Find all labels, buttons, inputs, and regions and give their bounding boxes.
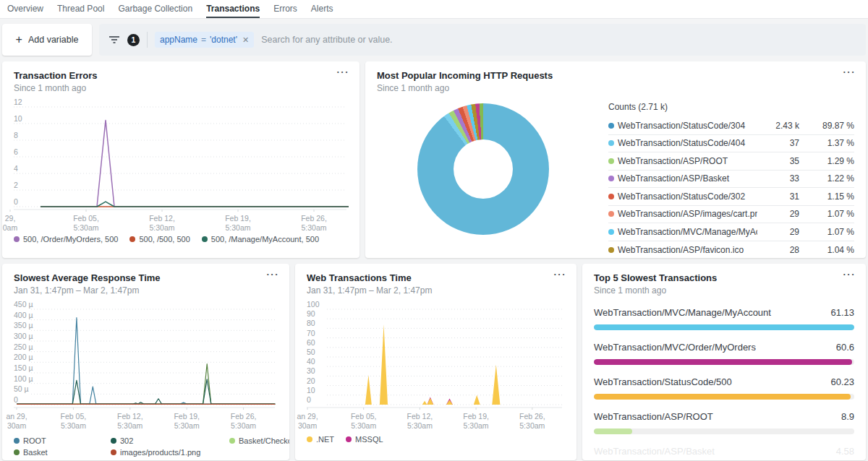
table-row[interactable]: WebTransaction/ASP/ROOT351.29 % xyxy=(608,152,854,171)
panel-subtitle: Since 1 month ago xyxy=(14,83,348,93)
table-row[interactable]: WebTransaction/ASP/images/cart.png291.07… xyxy=(608,206,854,224)
row-transaction-name: WebTransaction/ASP/ROOT xyxy=(618,156,728,166)
http-requests-body: Counts (2.71 k) WebTransaction/StatusCod… xyxy=(377,98,854,258)
legend-color-dot xyxy=(111,438,116,444)
row-count: 2.43 k xyxy=(757,121,799,131)
tab-alerts[interactable]: Alerts xyxy=(311,0,333,18)
row-count: 33 xyxy=(757,173,799,184)
top5-transaction-name: WebTransaction/ASP/Basket xyxy=(594,446,715,457)
legend-color-dot xyxy=(111,449,116,455)
svg-text:Feb 05,: Feb 05, xyxy=(61,412,87,421)
chip-operator: = xyxy=(201,35,206,45)
tab-overview[interactable]: Overview xyxy=(7,0,43,18)
panel-transaction-errors: Transaction Errors Since 1 month ago ···… xyxy=(2,61,359,258)
top5-row[interactable]: WebTransaction/ASP/ROOT8.9 xyxy=(594,411,854,434)
legend-color-dot xyxy=(202,236,208,242)
tab-errors[interactable]: Errors xyxy=(273,0,297,18)
tab-transactions[interactable]: Transactions xyxy=(206,0,260,18)
svg-text:0: 0 xyxy=(14,197,18,206)
svg-text:4: 4 xyxy=(14,164,18,173)
table-row[interactable]: WebTransaction/ASP/Basket331.22 % xyxy=(608,171,854,189)
row-color-dot xyxy=(608,211,614,217)
top5-value: 60.23 xyxy=(830,376,854,387)
panel-menu-button[interactable]: ··· xyxy=(337,66,350,77)
panel-menu-button[interactable]: ··· xyxy=(843,66,856,77)
legend-color-dot xyxy=(14,438,20,444)
svg-text:an 29,: an 29, xyxy=(297,412,318,421)
row-percent: 1.29 % xyxy=(799,156,854,166)
tab-thread-pool[interactable]: Thread Pool xyxy=(57,0,104,18)
top5-row[interactable]: WebTransaction/StatusCode/50060.23 xyxy=(594,376,854,400)
web-tx-time-chart[interactable]: 1009080706050403020100an 29,30amFeb 05,5… xyxy=(307,300,565,431)
svg-text:5:30am: 5:30am xyxy=(301,223,326,232)
svg-text:300 µ: 300 µ xyxy=(14,332,33,340)
table-row[interactable]: WebTransaction/MVC/Manage/MyAccou...291.… xyxy=(608,223,854,241)
row-color-dot xyxy=(608,229,614,235)
slowest-avg-chart[interactable]: 450 µ400 µ350 µ300 µ250 µ200 µ150 µ100 µ… xyxy=(14,300,278,431)
legend-item[interactable]: 302 xyxy=(111,436,218,445)
svg-text:8: 8 xyxy=(14,131,18,139)
panel-menu-button[interactable]: ··· xyxy=(267,269,280,280)
legend-item[interactable]: ROOT xyxy=(14,436,99,445)
legend-item[interactable]: 500, /Order/MyOrders, 500 xyxy=(14,235,118,244)
legend-label: .NET xyxy=(316,435,334,444)
svg-text:5:30am: 5:30am xyxy=(225,223,250,232)
chart-legend: ROOT302Basket/CheckoutBasketimages/produ… xyxy=(14,436,278,457)
panel-menu-button[interactable]: ··· xyxy=(554,269,567,280)
tab-garbage-collection[interactable]: Garbage Collection xyxy=(118,0,192,18)
add-variable-button[interactable]: + Add variable xyxy=(2,24,92,56)
legend-label: 500, /500, 500 xyxy=(139,235,190,244)
table-row[interactable]: WebTransaction/StatusCode/404371.37 % xyxy=(608,135,854,153)
top5-transaction-name: WebTransaction/StatusCode/500 xyxy=(594,376,732,387)
top5-bar-track xyxy=(594,324,854,330)
panel-title: Most Popular Incoming HTTP Requests xyxy=(377,70,854,81)
svg-text:5:30am: 5:30am xyxy=(407,421,433,430)
top5-bar-list: WebTransaction/MVC/Manage/MyAccount61.13… xyxy=(594,307,854,460)
chart-legend: 500, /Order/MyOrders, 500500, /500, 5005… xyxy=(14,235,348,244)
legend-label: Basket/Checkout xyxy=(239,436,289,445)
svg-text:Feb 19,: Feb 19, xyxy=(174,412,200,421)
top5-row[interactable]: WebTransaction/ASP/Basket4.58 xyxy=(594,446,854,460)
legend-item[interactable]: MSSQL xyxy=(346,435,383,444)
legend-item[interactable]: Basket xyxy=(14,448,99,457)
top5-row[interactable]: WebTransaction/MVC/Manage/MyAccount61.13 xyxy=(594,307,854,330)
transaction-errors-chart[interactable]: 12108642029,0amFeb 05,5:30amFeb 12,5:30a… xyxy=(14,98,348,231)
legend-color-dot xyxy=(14,449,20,455)
top5-bar-track xyxy=(594,359,854,365)
svg-text:200 µ: 200 µ xyxy=(14,353,33,361)
svg-text:70: 70 xyxy=(307,329,315,337)
table-row[interactable]: WebTransaction/StatusCode/3042.43 k89.87… xyxy=(608,117,854,135)
legend-label: ROOT xyxy=(23,436,46,445)
svg-text:60: 60 xyxy=(307,338,315,347)
svg-text:350 µ: 350 µ xyxy=(14,321,33,329)
svg-text:100: 100 xyxy=(307,300,320,309)
legend-label: MSSQL xyxy=(355,435,383,444)
legend-item[interactable]: 500, /Manage/MyAccount, 500 xyxy=(202,235,319,244)
top5-row[interactable]: WebTransaction/MVC/Order/MyOrders60.6 xyxy=(594,342,854,365)
http-requests-donut-chart[interactable] xyxy=(417,103,549,235)
row-color-dot xyxy=(608,140,614,146)
search-input[interactable] xyxy=(261,35,856,45)
table-row[interactable]: WebTransaction/ASP/favicon.ico281.04 % xyxy=(608,241,854,259)
add-variable-label: Add variable xyxy=(28,35,79,45)
panel-menu-button[interactable]: ··· xyxy=(843,269,856,280)
table-header: Counts (2.71 k) xyxy=(608,102,854,112)
legend-item[interactable]: Basket/Checkout xyxy=(229,436,289,445)
row-percent: 89.87 % xyxy=(799,121,854,131)
svg-text:5:30am: 5:30am xyxy=(117,421,142,430)
row-transaction-name: WebTransaction/ASP/favicon.ico xyxy=(618,245,744,255)
legend-label: 500, /Manage/MyAccount, 500 xyxy=(211,235,319,244)
table-row[interactable]: WebTransaction/StatusCode/302311.15 % xyxy=(608,188,854,206)
chip-remove-icon[interactable]: ✕ xyxy=(242,35,249,45)
row-count: 29 xyxy=(757,227,799,237)
attribute-search-bar[interactable]: 1 appName = 'dotnet' ✕ xyxy=(99,24,866,56)
legend-item[interactable]: .NET xyxy=(307,435,334,444)
svg-text:Feb 26,: Feb 26, xyxy=(301,214,327,223)
row-color-dot xyxy=(608,194,614,199)
legend-item[interactable]: images/products/1.png xyxy=(111,448,218,457)
row-color-dot xyxy=(608,176,614,181)
legend-item[interactable]: 500, /500, 500 xyxy=(129,235,190,244)
legend-color-dot xyxy=(229,438,235,444)
svg-text:50 µ: 50 µ xyxy=(14,384,29,393)
filter-chip-appname[interactable]: appName = 'dotnet' ✕ xyxy=(155,32,254,48)
